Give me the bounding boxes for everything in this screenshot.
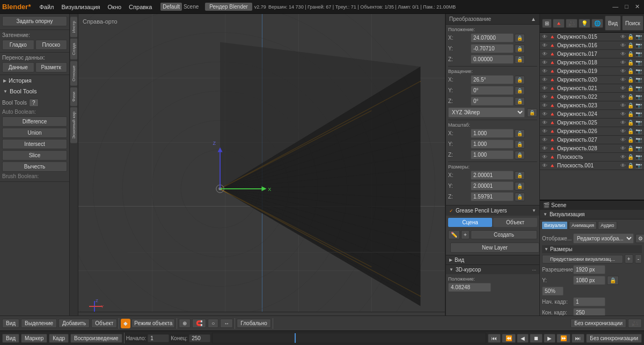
outliner-item[interactable]: 👁 🔺 Окружность.015 👁 🔒 📷 [540, 33, 644, 41]
timeline-frame-button[interactable]: Кадр [49, 334, 69, 343]
select-menu-button[interactable]: Выделение [21, 319, 57, 328]
outliner-icon5[interactable]: 🌐 [591, 19, 603, 28]
view-section-header[interactable]: ▶ Вид [446, 255, 539, 265]
render-icon[interactable]: 📷 [635, 145, 642, 151]
relations-tab[interactable]: Отноше [70, 61, 77, 86]
engine-selector[interactable]: Default [160, 3, 182, 11]
outliner-item[interactable]: 👁 🔺 Окружность.017 👁 🔒 📷 [540, 50, 644, 58]
bool-tools-collapsible[interactable]: ▼ Bool Tools [0, 86, 69, 97]
physics-tab[interactable]: Физи [70, 87, 77, 106]
eye-icon[interactable]: 👁 [542, 137, 547, 143]
display-settings-button[interactable]: ⚙ [635, 234, 644, 243]
dim-y-lock[interactable]: 🔒 [515, 182, 525, 190]
scale-y-lock[interactable]: 🔒 [515, 140, 525, 149]
scale-z-lock[interactable]: 🔒 [515, 151, 525, 159]
rot-mode-lock[interactable]: 🔒 [527, 108, 537, 117]
outliner-item[interactable]: 👁 🔺 Окружность.016 👁 🔒 📷 [540, 41, 644, 50]
res-lock-button[interactable]: 🔒 [607, 276, 619, 285]
dim-z-input[interactable] [471, 192, 514, 201]
eye-icon[interactable]: 👁 [542, 145, 547, 151]
smooth-shading-button[interactable]: Гладко [2, 40, 34, 50]
timeline-playback-button[interactable]: Воспроизведение [70, 334, 122, 343]
transform-button[interactable]: ↔ [220, 319, 233, 328]
outliner-item[interactable]: 👁 🔺 Окружность.022 👁 🔒 📷 [540, 93, 644, 101]
gp-create-button[interactable]: Создать [471, 230, 537, 239]
sync-mode-button[interactable]: Без синхронизации [586, 334, 642, 343]
outliner-view-tab[interactable]: Вид [605, 16, 621, 31]
render-icon[interactable]: 📷 [635, 85, 642, 91]
outliner-item[interactable]: 👁 🔺 Окружность.020 👁 🔒 📷 [540, 76, 644, 84]
gp-scene-tab[interactable]: Сцена [448, 218, 492, 227]
render-icon[interactable]: 📷 [635, 34, 642, 40]
eye-icon[interactable]: 👁 [542, 94, 547, 100]
outliner-item[interactable]: 👁 🔺 Окружность.026 👁 🔒 📷 [540, 127, 644, 136]
end-frame-input[interactable] [189, 334, 210, 342]
restrict-icon[interactable]: 👁 [620, 163, 626, 168]
play-button[interactable]: ▶ [544, 334, 555, 343]
snap-button[interactable]: 🧲 [192, 319, 206, 328]
add-menu-button[interactable]: Добавить [58, 319, 90, 328]
viz-section-header[interactable]: ▼ Визуализация [540, 210, 644, 219]
proportional-button[interactable]: ○ [208, 319, 218, 328]
mode-dropdown[interactable]: Режим объекта [131, 319, 175, 328]
eye-icon[interactable]: 👁 [542, 102, 547, 108]
dim-z-lock[interactable]: 🔒 [515, 193, 525, 201]
eye-icon[interactable]: 👁 [542, 111, 547, 117]
menu-help[interactable]: Справка [126, 3, 155, 11]
eye-icon[interactable]: 👁 [542, 85, 547, 91]
lock-icon[interactable]: 🔒 [627, 137, 634, 143]
outliner-item[interactable]: 👁 🔺 Окружность.018 👁 🔒 📷 [540, 58, 644, 67]
restrict-icon[interactable]: 👁 [620, 128, 626, 134]
restrict-icon[interactable]: 👁 [620, 137, 626, 143]
restrict-icon[interactable]: 👁 [620, 102, 626, 108]
rotation-mode-select[interactable]: XYZ Эйлер [448, 107, 525, 118]
pos-y-input[interactable] [471, 44, 514, 53]
stop-button[interactable]: ⏹ [530, 334, 543, 343]
scene-selector[interactable]: Scene [184, 4, 199, 10]
lock-icon[interactable]: 🔒 [627, 102, 634, 108]
restrict-icon[interactable]: 👁 [620, 85, 626, 91]
display-select[interactable]: Редактор изобра... [573, 233, 634, 244]
timeline-ruler[interactable] [212, 333, 486, 343]
lock-icon[interactable]: 🔒 [627, 85, 634, 91]
outliner-item[interactable]: 👁 🔺 Окружность.025 👁 🔒 📷 [540, 119, 644, 127]
restrict-icon[interactable]: 👁 [620, 60, 626, 65]
sync-button[interactable]: Без синхронизации [570, 319, 626, 328]
render-icon[interactable]: 📷 [635, 154, 642, 160]
maximize-button[interactable]: □ [623, 3, 631, 10]
rot-y-lock[interactable]: 🔒 [515, 86, 525, 95]
eye-icon[interactable]: 👁 [542, 60, 547, 65]
scale-z-input[interactable] [471, 150, 514, 159]
eye-icon[interactable]: 👁 [542, 34, 547, 40]
rot-z-input[interactable] [471, 97, 514, 106]
cursor-x-input[interactable] [448, 283, 491, 292]
render-icon[interactable]: 📷 [635, 68, 642, 74]
intersect-button[interactable]: Intersect [2, 139, 67, 149]
restrict-icon[interactable]: 👁 [620, 77, 626, 83]
outliner-item[interactable]: 👁 🔺 Окружность.024 👁 🔒 📷 [540, 110, 644, 119]
step-back-button[interactable]: ⏪ [502, 334, 516, 343]
gp-object-tab[interactable]: Объект [493, 218, 537, 227]
render-icon[interactable]: 📷 [635, 60, 642, 65]
eye-icon[interactable]: 👁 [542, 154, 547, 160]
history-collapsible[interactable]: ▶ История [0, 75, 69, 86]
transform-collapse[interactable]: ▲ [531, 16, 536, 22]
sizes-header[interactable]: ▼ Размеры [542, 245, 642, 253]
outliner-icon2[interactable]: 🔺 [553, 19, 565, 28]
restrict-icon[interactable]: 👁 [620, 145, 626, 151]
res-y-input[interactable] [573, 276, 605, 285]
flat-shading-button[interactable]: Плоско [35, 40, 68, 50]
step-forward-button[interactable]: ⏩ [557, 334, 570, 343]
lock-icon[interactable]: 🔒 [627, 34, 634, 40]
presets-button[interactable]: Предустановки визуализац... [542, 255, 623, 263]
lock-icon[interactable]: 🔒 [627, 145, 634, 151]
eye-icon[interactable]: 👁 [542, 51, 547, 57]
transfer-markup-button[interactable]: Разметк [35, 62, 68, 72]
scale-x-input[interactable] [471, 129, 514, 138]
subtract-button[interactable]: Вычесть [2, 162, 67, 172]
restrict-icon[interactable]: 👁 [620, 94, 626, 100]
lock-icon[interactable]: 🔒 [627, 60, 634, 65]
timeline-marker-button[interactable]: Маркер [21, 334, 47, 343]
scale-y-input[interactable] [471, 140, 514, 149]
eye-icon[interactable]: 👁 [542, 77, 547, 83]
